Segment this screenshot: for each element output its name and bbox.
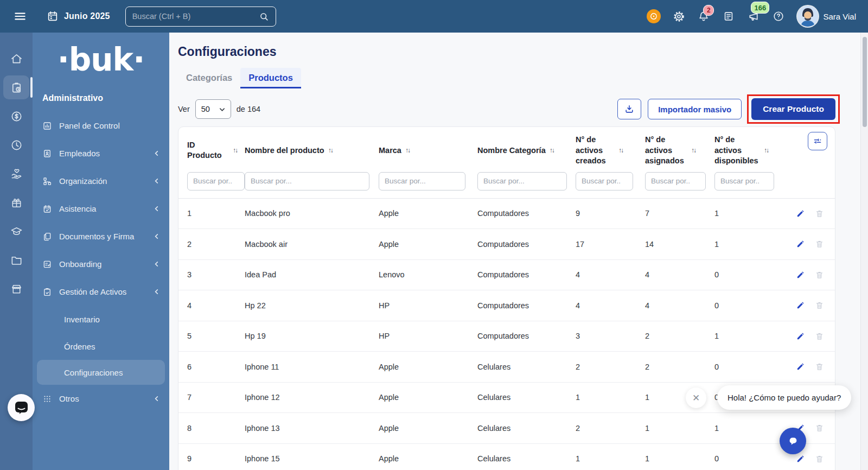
sort-icon[interactable]: ↑↓ [233, 146, 237, 155]
period-selector[interactable]: Junio 2025 [47, 10, 110, 22]
column-header[interactable]: N° de activos asignados [645, 135, 687, 167]
rail-payroll-icon[interactable] [3, 104, 29, 128]
column-header[interactable]: Marca [379, 145, 401, 156]
global-search[interactable] [125, 7, 276, 27]
cell-assigned: 2 [645, 332, 714, 340]
filter-category-input[interactable] [477, 172, 567, 190]
filter-created-input[interactable] [576, 172, 633, 190]
tab-categorias[interactable]: Categorías [178, 68, 240, 88]
filter-brand-input[interactable] [379, 172, 465, 190]
edit-pencil-icon[interactable] [796, 239, 805, 249]
grid-dots-icon [42, 394, 52, 404]
delete-trash-icon[interactable] [815, 423, 824, 433]
sidebar-item-onboarding[interactable]: Onboarding [33, 250, 169, 278]
per-page-select[interactable]: 50 [195, 99, 231, 119]
rail-training-icon[interactable] [3, 219, 29, 243]
scrollbar-track[interactable] [860, 33, 868, 470]
sidebar-item-asistencia[interactable]: Asistencia [33, 195, 169, 223]
per-page-value: 50 [201, 105, 210, 113]
sort-icon[interactable]: ↑↓ [691, 146, 695, 155]
scrollbar-thumb[interactable] [863, 37, 867, 127]
delete-trash-icon[interactable] [815, 209, 824, 218]
cell-brand: HP [379, 332, 477, 340]
filter-id-input[interactable] [187, 172, 245, 190]
rail-files-icon[interactable] [3, 248, 29, 272]
importador-masivo-button[interactable]: Importador masivo [648, 99, 742, 119]
rail-benefits-icon[interactable] [3, 162, 29, 186]
cell-available: 0 [714, 301, 784, 310]
edit-pencil-icon[interactable] [796, 209, 805, 218]
tab-productos[interactable]: Productos [240, 68, 301, 88]
rail-home-icon[interactable] [3, 47, 29, 71]
column-header[interactable]: N° de activos disponibles [714, 135, 760, 167]
sidebar-item-panel-de-control[interactable]: Panel de Control [33, 112, 169, 139]
filter-available-input[interactable] [714, 172, 774, 190]
sort-icon[interactable]: ↑↓ [550, 146, 554, 155]
cell-created: 2 [576, 424, 645, 433]
speech-bubble-icon [787, 435, 799, 447]
news-icon[interactable] [718, 6, 739, 27]
sidebar-item-gestion-de-activos[interactable]: Gestión de Activos [33, 278, 169, 306]
rail-asset-management-icon[interactable] [3, 75, 29, 99]
chat-close-button[interactable]: ✕ [686, 388, 706, 408]
filter-assigned-input[interactable] [645, 172, 706, 190]
rewards-icon[interactable] [643, 6, 664, 27]
messenger-launcher-button[interactable] [8, 394, 35, 421]
chevron-left-icon [154, 178, 159, 184]
delete-trash-icon[interactable] [815, 270, 824, 280]
rail-marketplace-icon[interactable] [3, 277, 29, 301]
delete-trash-icon[interactable] [815, 301, 824, 310]
search-input[interactable] [132, 12, 259, 21]
edit-pencil-icon[interactable] [796, 270, 805, 280]
sidebar-subitem-inventario[interactable]: Inventario [33, 306, 169, 333]
help-icon[interactable] [768, 6, 789, 27]
delete-trash-icon[interactable] [815, 362, 824, 371]
announcements-megaphone-icon[interactable]: 166 [743, 6, 764, 27]
hamburger-menu-icon[interactable] [12, 8, 28, 24]
edit-pencil-icon[interactable] [796, 332, 805, 341]
table-row: 4 Hp 22 HP Computadores 4 4 0 [178, 290, 835, 321]
cell-available: 0 [714, 454, 784, 463]
column-settings-button[interactable] [808, 132, 827, 150]
chat-launcher-button[interactable] [780, 428, 806, 454]
edit-pencil-icon[interactable] [796, 454, 805, 463]
delete-trash-icon[interactable] [815, 239, 824, 249]
sidebar-subitem-ordenes[interactable]: Órdenes [33, 333, 169, 360]
notifications-bell-icon[interactable]: 2 [693, 6, 714, 27]
rail-time-icon[interactable] [3, 133, 29, 157]
column-header[interactable]: Nombre del producto [245, 145, 324, 156]
sort-icon[interactable]: ↑↓ [764, 146, 768, 155]
cell-category: Celulares [477, 454, 576, 463]
cell-name: Hp 22 [245, 301, 379, 310]
cell-created: 9 [576, 209, 645, 218]
settings-gear-icon[interactable] [668, 6, 689, 27]
cell-name: Hp 19 [245, 332, 379, 340]
sidebar-item-organizacion[interactable]: Organización [33, 167, 169, 195]
crear-producto-button[interactable]: Crear Producto [751, 98, 835, 120]
delete-trash-icon[interactable] [815, 454, 824, 463]
sort-icon[interactable]: ↑↓ [328, 146, 333, 155]
download-button[interactable] [617, 99, 641, 119]
column-header[interactable]: N° de activos creados [576, 135, 615, 167]
sidebar-subitem-configuraciones[interactable]: Configuraciones [37, 360, 165, 385]
sort-icon[interactable]: ↑↓ [618, 146, 623, 155]
rail-gifts-icon[interactable] [3, 190, 29, 214]
sidebar-item-label: Asistencia [59, 204, 146, 213]
sort-icon[interactable]: ↑↓ [405, 146, 410, 155]
column-header[interactable]: ID Producto [187, 140, 229, 161]
sidebar-item-documentos-y-firma[interactable]: Documentos y Firma [33, 223, 169, 250]
onboarding-icon [42, 259, 52, 269]
delete-trash-icon[interactable] [815, 332, 824, 341]
sidebar-item-empleados[interactable]: Empleados [33, 139, 169, 167]
sidebar-item-label: Otros [59, 394, 146, 403]
user-menu[interactable]: Sara Vial [797, 6, 856, 27]
chevron-left-icon [154, 150, 159, 156]
sidebar-item-otros[interactable]: Otros [33, 385, 169, 412]
column-header[interactable]: Nombre Categoría [477, 145, 546, 156]
table-row: 2 Macbook air Apple Computadores 17 14 1 [178, 229, 835, 260]
total-count-label: de 164 [237, 105, 260, 113]
edit-pencil-icon[interactable] [796, 362, 805, 371]
topbar: Junio 2025 2 166 [0, 0, 868, 33]
edit-pencil-icon[interactable] [796, 301, 805, 310]
filter-name-input[interactable] [245, 172, 369, 190]
